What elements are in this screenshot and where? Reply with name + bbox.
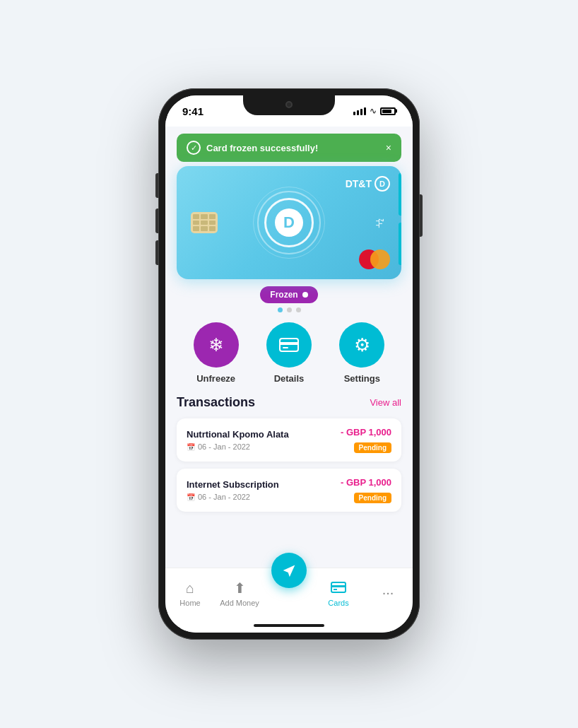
signal-icon [353,107,366,115]
card-brand: DT&T D [346,176,390,192]
credit-card[interactable]: DT&T D D [177,166,401,279]
settings-button[interactable]: ⚙ Settings [339,322,384,384]
cards-icon [331,580,346,597]
details-label: Details [274,373,305,384]
card-center-d: D [275,209,303,237]
svg-rect-4 [331,585,346,587]
nav-cards[interactable]: Cards [314,580,363,607]
toast-message: Card frozen successfully! [206,143,318,153]
status-bar: 9:41 ∿ [165,95,413,127]
add-money-label: Add Money [220,599,259,607]
tx-amount-1: - GBP 1,000 [341,427,391,438]
bottom-nav: ⌂ Home ⬆ Add Money [165,568,413,618]
card-tab-top [399,173,401,216]
frozen-badge[interactable]: Frozen [260,286,317,303]
tx-status-1: Pending [354,442,391,453]
calendar-icon: 📅 [187,443,195,451]
frozen-label: Frozen [270,290,297,300]
tx-amount-2: - GBP 1,000 [341,477,391,488]
action-buttons: ❄ Unfreeze Details ⚙ Settings [165,322,413,384]
svg-rect-2 [283,347,288,348]
home-label: Home [179,599,200,607]
dot-2[interactable] [287,307,292,312]
nav-more[interactable]: ··· [363,585,413,603]
nfc-icon: ꈆ [373,215,387,231]
card-center-logo: D [264,198,314,247]
transactions-title: Transactions [177,395,255,410]
tx-status-2: Pending [354,493,391,503]
cards-label: Cards [328,599,348,607]
more-icon: ··· [382,585,394,601]
dot-1[interactable] [278,307,283,312]
phone-frame: 9:41 ∿ ✓ [158,88,420,640]
add-money-icon: ⬆ [234,580,246,597]
card-pagination [165,307,413,312]
card-brand-circle: D [374,176,390,192]
toast-notification: ✓ Card frozen successfully! × [177,134,401,162]
frozen-dot [302,292,308,298]
nav-add-money[interactable]: ⬆ Add Money [215,580,264,607]
svg-rect-1 [280,342,298,345]
card-tab-bottom [399,223,401,265]
unfreeze-button[interactable]: ❄ Unfreeze [194,322,239,384]
home-icon: ⌂ [186,580,194,597]
settings-label: Settings [344,373,380,384]
toast-check-icon: ✓ [187,141,201,155]
home-indicator [165,618,413,633]
card-brand-text: DT&T [346,178,372,189]
svg-rect-5 [334,589,337,590]
transaction-item-2[interactable]: Internet Subscription 📅 06 - Jan - 2022 … [177,469,401,512]
unfreeze-label: Unfreeze [196,373,235,384]
tx-name-2: Internet Subscription [187,479,279,490]
fab-button[interactable] [271,553,307,588]
view-all-button[interactable]: View all [370,397,401,408]
wifi-icon: ∿ [370,106,377,116]
tx-date-1: 📅 06 - Jan - 2022 [187,442,289,451]
battery-icon [380,107,396,115]
status-time: 9:41 [182,105,204,117]
toast-close-button[interactable]: × [386,142,391,153]
transaction-item-1[interactable]: Nutrtional Kpomo Alata 📅 06 - Jan - 2022… [177,418,401,462]
dot-3[interactable] [296,307,301,312]
calendar-icon-2: 📅 [187,493,195,501]
details-button[interactable]: Details [266,322,312,384]
nav-home[interactable]: ⌂ Home [165,580,215,607]
mastercard-logo [359,249,390,269]
tx-date-2: 📅 06 - Jan - 2022 [187,493,279,501]
transactions-header: Transactions View all [177,395,401,410]
phone-screen: 9:41 ∿ ✓ [165,95,413,633]
tx-name-1: Nutrtional Kpomo Alata [187,429,289,440]
card-chip [191,212,218,233]
